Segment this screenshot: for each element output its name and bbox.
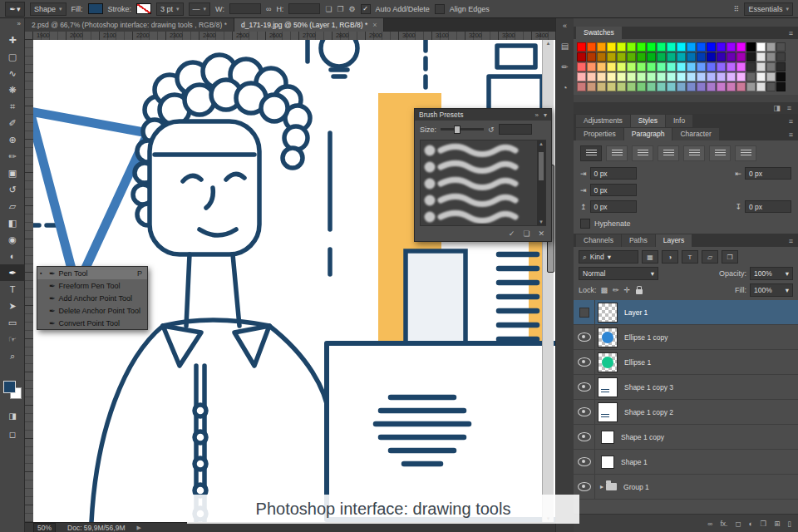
color-swatch[interactable] <box>597 72 606 81</box>
gear-icon[interactable]: ⚙ <box>349 5 356 13</box>
stroke-color-swatch[interactable] <box>136 3 151 14</box>
color-swatch[interactable] <box>667 52 676 62</box>
visibility-toggle[interactable] <box>574 350 595 375</box>
stroke-preview-icon[interactable]: ✓ <box>509 229 515 238</box>
layer-row-ellipse-1[interactable]: Ellipse 1 <box>574 350 798 375</box>
collapsed-panel-icon[interactable]: ▤ <box>556 42 574 51</box>
color-swatch[interactable] <box>607 42 616 52</box>
filter-smart-objects-icon[interactable]: ❒ <box>722 250 738 264</box>
auto-add-delete-checkbox[interactable]: ✓ <box>361 4 371 14</box>
crop-tool[interactable]: ⌗ <box>0 98 25 115</box>
filter-adjustment-layers-icon[interactable]: ◑ <box>662 250 678 264</box>
color-swatch[interactable] <box>647 42 656 52</box>
color-swatch[interactable] <box>677 42 686 52</box>
color-swatch[interactable] <box>617 52 626 62</box>
layer-row-layer-1[interactable]: Layer 1 <box>574 300 798 325</box>
color-swatch[interactable] <box>766 52 776 62</box>
link-layers-icon[interactable]: ∞ <box>707 520 712 528</box>
foreground-background-colors[interactable] <box>3 381 22 399</box>
menu-item-convert-point-tool[interactable]: ✒ Convert Point Tool <box>37 317 147 329</box>
marquee-tool[interactable]: ▢ <box>0 48 25 65</box>
color-swatch[interactable] <box>617 82 626 91</box>
color-swatch[interactable] <box>756 52 766 62</box>
lock-position-icon[interactable]: ✛ <box>624 286 631 294</box>
color-swatch[interactable] <box>727 82 736 91</box>
brush-size-field[interactable] <box>499 124 532 135</box>
color-swatch[interactable] <box>697 42 706 52</box>
tab-info[interactable]: Info <box>666 115 692 127</box>
color-swatch[interactable] <box>717 82 726 91</box>
color-swatch[interactable] <box>746 62 756 71</box>
delete-layer-icon[interactable]: ▯ <box>787 520 791 528</box>
path-alignment-icon[interactable]: ❐ <box>337 5 343 13</box>
color-swatch[interactable] <box>677 62 686 71</box>
space-after-input[interactable]: 0 px <box>745 200 791 213</box>
scroll-up-icon[interactable]: ▴ <box>543 40 554 47</box>
layer-thumbnail[interactable] <box>598 303 618 323</box>
screen-mode-button[interactable]: ◻ <box>0 426 25 442</box>
tab-properties[interactable]: Properties <box>576 128 623 140</box>
color-swatch[interactable] <box>697 82 706 91</box>
color-swatch[interactable] <box>766 42 776 52</box>
color-swatch[interactable] <box>687 72 696 81</box>
align-right-button[interactable] <box>632 145 653 161</box>
panel-menu-icon[interactable]: ≡ <box>789 237 793 247</box>
color-swatch[interactable] <box>597 82 606 91</box>
eyedropper-tool[interactable]: ✐ <box>0 115 25 131</box>
add-mask-icon[interactable]: ◻ <box>735 520 741 528</box>
brush-presets-header[interactable]: Brush Presets » ▾ <box>415 109 551 121</box>
color-swatch[interactable] <box>746 72 756 81</box>
color-swatch[interactable] <box>657 62 666 71</box>
zoom-tool[interactable]: ⌕ <box>0 347 25 364</box>
color-swatch[interactable] <box>687 82 696 91</box>
color-swatch[interactable] <box>627 42 636 52</box>
color-swatch[interactable] <box>637 82 646 91</box>
color-swatch[interactable] <box>776 42 786 52</box>
panel-menu-icon[interactable]: ▾ <box>544 111 547 119</box>
color-swatch[interactable] <box>577 52 586 62</box>
color-swatch[interactable] <box>707 52 716 62</box>
menu-item-pen-tool[interactable]: ▪ ✒ Pen Tool P <box>37 267 147 279</box>
workspace-switcher[interactable]: Essentials ▾ <box>744 2 793 16</box>
blur-tool[interactable]: ◉ <box>0 231 25 248</box>
document-tab-2[interactable]: d_171-19.jpg @ 50% (Layer 1, RGB/8) * × <box>234 18 385 32</box>
layer-thumbnail[interactable] <box>601 456 614 469</box>
delete-brush-icon[interactable]: ✕ <box>538 229 544 238</box>
new-group-icon[interactable]: ❒ <box>761 520 767 528</box>
tool-mode-select[interactable]: Shape ▾ <box>30 2 66 16</box>
color-swatch[interactable] <box>617 42 626 52</box>
color-swatch[interactable] <box>687 52 696 62</box>
color-swatch[interactable] <box>587 72 596 81</box>
color-swatch[interactable] <box>746 42 756 52</box>
layer-thumbnail[interactable] <box>598 352 618 372</box>
gradient-tool[interactable]: ◧ <box>0 214 25 231</box>
color-swatch[interactable] <box>707 42 716 52</box>
scroll-down-icon[interactable]: ▾ <box>537 219 545 225</box>
new-brush-icon[interactable]: ❏ <box>523 229 530 238</box>
layer-row-shape-1-copy[interactable]: Shape 1 copy <box>574 425 798 450</box>
layer-effects-icon[interactable]: fx. <box>720 520 727 528</box>
justify-all-button[interactable] <box>735 145 756 161</box>
rectangle-tool[interactable]: ▭ <box>0 314 25 331</box>
slider-thumb[interactable] <box>454 126 461 134</box>
color-swatch[interactable] <box>746 52 756 62</box>
color-swatch[interactable] <box>756 42 766 52</box>
color-swatch[interactable] <box>727 62 736 71</box>
opacity-select[interactable]: 100% ▾ <box>750 267 793 280</box>
color-swatch[interactable] <box>647 62 656 71</box>
color-swatch[interactable] <box>627 62 636 71</box>
fill-color-swatch[interactable] <box>88 3 103 14</box>
color-swatch[interactable] <box>627 82 636 91</box>
panel-menu-icon[interactable]: ≡ <box>787 104 791 112</box>
layer-thumbnail[interactable] <box>601 431 614 444</box>
first-line-indent-input[interactable]: 0 px <box>590 184 637 196</box>
collapsed-panel-icon[interactable]: ✏ <box>556 62 574 71</box>
clone-stamp-tool[interactable]: ▣ <box>0 165 25 181</box>
color-swatch[interactable] <box>607 72 616 81</box>
color-swatch[interactable] <box>776 72 786 81</box>
color-swatch[interactable] <box>756 72 766 81</box>
align-edges-checkbox[interactable] <box>435 4 445 14</box>
visibility-toggle[interactable] <box>574 425 595 450</box>
add-adjustment-icon[interactable]: ◐ <box>748 520 752 528</box>
color-swatch[interactable] <box>677 72 686 81</box>
